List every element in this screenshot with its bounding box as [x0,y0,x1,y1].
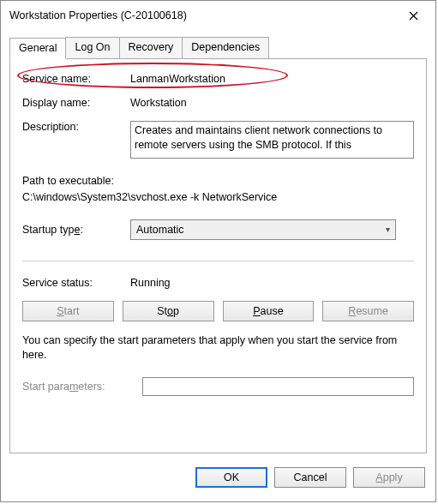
start-params-input [142,377,414,396]
startup-type-value: Automatic [136,224,184,236]
window-title: Workstation Properties (C-20100618) [9,9,396,21]
startup-type-label: Startup type: [22,224,130,236]
client-area: General Log On Recovery Dependencies Ser… [1,30,435,462]
start-params-hint: You can specify the start parameters tha… [22,333,414,363]
service-status-value: Running [130,277,414,289]
close-button[interactable] [396,3,430,28]
display-name-value: Workstation [130,97,414,109]
start-button: Start [22,301,114,321]
service-control-buttons: Start Stop Pause Resume [22,301,414,321]
stop-button[interactable]: Stop [123,301,214,321]
service-status-row: Service status: Running [22,277,414,289]
service-name-row: Service name: LanmanWorkstation [22,73,414,85]
description-row: Description: [22,121,414,161]
chevron-down-icon: ▾ [386,225,390,234]
cancel-button[interactable]: Cancel [274,467,346,488]
dialog-window: Workstation Properties (C-20100618) Gene… [0,0,436,502]
service-name-label: Service name: [22,73,130,85]
display-name-label: Display name: [22,97,130,109]
path-value: C:\windows\System32\svchost.exe -k Netwo… [22,189,414,206]
titlebar: Workstation Properties (C-20100618) [1,1,435,30]
display-name-row: Display name: Workstation [22,97,414,109]
description-textarea[interactable] [130,121,414,159]
divider [22,261,414,261]
start-params-row: Start parameters: [22,377,414,396]
startup-type-select[interactable]: Automatic ▾ [130,219,396,240]
resume-button: Resume [322,301,414,321]
close-icon [409,11,418,21]
tab-logon[interactable]: Log On [65,37,119,58]
tabstrip: General Log On Recovery Dependencies [9,37,427,58]
dialog-footer: OK Cancel Apply [1,462,435,501]
description-label: Description: [22,121,130,133]
tab-recovery[interactable]: Recovery [119,37,183,58]
tabpanel-general: Service name: LanmanWorkstation Display … [9,58,427,453]
tab-general[interactable]: General [9,38,66,59]
pause-button[interactable]: Pause [223,301,315,321]
ok-button[interactable]: OK [195,467,267,488]
path-block: Path to executable: C:\windows\System32\… [22,173,414,206]
service-status-label: Service status: [22,277,130,289]
tab-dependencies[interactable]: Dependencies [182,37,269,58]
startup-type-row: Startup type: Automatic ▾ [22,219,414,240]
service-name-value: LanmanWorkstation [130,73,414,85]
start-params-label: Start parameters: [22,381,142,393]
path-label: Path to executable: [22,173,414,189]
apply-button: Apply [353,467,425,488]
